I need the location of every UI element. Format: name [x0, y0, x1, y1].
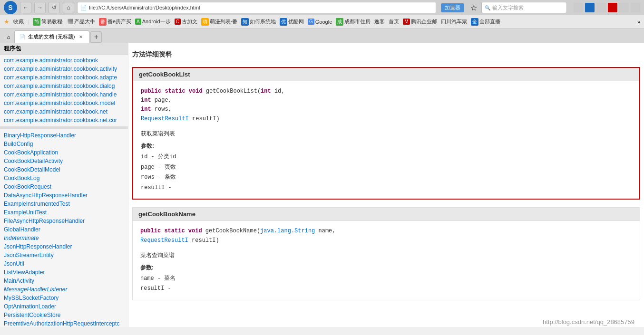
toolbar-icon-3[interactable]: [596, 3, 606, 12]
forward-button[interactable]: →: [34, 2, 46, 13]
browser-window: S ← → ↺ ⌂ 📄 file:///C:/Users/Administrat…: [0, 0, 644, 327]
bookmark-google[interactable]: G Google: [308, 19, 332, 25]
param-item: resultI -: [140, 284, 632, 294]
bookmark-youku[interactable]: 优 优酷网: [280, 18, 304, 26]
sidebar-class-item[interactable]: Indeterminate: [0, 234, 128, 242]
toolbar-icon-1[interactable]: [574, 3, 583, 12]
params-label: 参数:: [140, 264, 632, 272]
param-item: resultI -: [141, 183, 632, 193]
sidebar-class-item[interactable]: DataAsyncHttpResponseHandler: [0, 191, 128, 200]
new-tab-button[interactable]: +: [90, 31, 102, 43]
bookmark-home[interactable]: 首页: [389, 18, 399, 25]
param-section: 参数:name - 菜名resultI -: [140, 264, 632, 294]
sidebar-class-item[interactable]: CookBookApplication: [0, 148, 128, 157]
param-section: 参数:id - 分类idpage - 页数rows - 条数resultI -: [141, 142, 632, 193]
sidebar-class-item[interactable]: ExampleUnitTest: [0, 208, 128, 217]
sidebar-class-item[interactable]: FileAsyncHttpResponseHandler: [0, 217, 128, 225]
address-bar[interactable]: 📄 file:///C:/Users/Administrator/Desktop…: [77, 2, 436, 13]
bookmark-jianyijiaocheng[interactable]: 简 简易教程·: [33, 18, 64, 26]
sidebar-class-item[interactable]: CookBookDetailActivity: [0, 157, 128, 165]
bookmark-yike[interactable]: 逸客: [374, 18, 385, 25]
bookmark-chanpindaniu[interactable]: ▦ 产品大牛: [68, 18, 95, 25]
toolbar-icon-6[interactable]: [631, 3, 640, 12]
toolbar-icon-2[interactable]: [585, 3, 595, 12]
bookmark-android[interactable]: A Android一步: [135, 18, 171, 25]
sidebar-package-item[interactable]: com.example.administrator.cookbook.activ…: [0, 65, 128, 73]
sidebar-class-item[interactable]: OptAnimationLoader: [0, 302, 128, 311]
class-section: BinaryHttpResponseHandlerBuildConfigCook…: [0, 130, 128, 327]
content-area: 方法详细资料 getCookBookListpublic static void…: [128, 43, 644, 327]
method-description: 获取菜谱列表: [141, 129, 632, 138]
address-text: file:///C:/Users/Administrator/Desktop/i…: [89, 5, 200, 10]
sidebar-class-item[interactable]: GlobalHandler: [0, 225, 128, 234]
sidebar-class-item[interactable]: JsonUtil: [0, 259, 128, 268]
search-icon: 🔍: [485, 5, 490, 10]
bookmark-collect[interactable]: 收藏: [13, 18, 24, 25]
toolbar-icon-4[interactable]: [608, 3, 617, 12]
title-bar: S ← → ↺ ⌂ 📄 file:///C:/Users/Administrat…: [0, 0, 644, 15]
params-label: 参数:: [141, 142, 632, 150]
sidebar: 程序包 com.example.administrator.cookbookco…: [0, 43, 128, 327]
sidebar-class-item[interactable]: CookBookLog: [0, 174, 128, 182]
code-block: public static void getCookBookList(int i…: [141, 87, 632, 124]
method-body: public static void getCookBookList(int i…: [133, 81, 639, 199]
bookmark-car[interactable]: 四川汽车票: [441, 18, 467, 25]
main-layout: 程序包 com.example.administrator.cookbookco…: [0, 43, 644, 327]
bookmarks-more[interactable]: »: [637, 19, 640, 25]
search-bar[interactable]: 🔍 输入文字搜索: [481, 2, 567, 13]
bookmark-star-icon: ★: [4, 18, 10, 25]
sidebar-class-item[interactable]: ExampleInstrumentedTest: [0, 200, 128, 208]
bookmark-fangchan[interactable]: 番 番e房产买: [99, 18, 131, 26]
sidebar-class-item[interactable]: PersistentCookieStore: [0, 311, 128, 319]
sidebar-class-item[interactable]: BuildConfig: [0, 140, 128, 148]
sidebar-class-item[interactable]: MainActivity: [0, 277, 128, 285]
sidebar-class-item[interactable]: ListViewAdapter: [0, 268, 128, 277]
bookmark-chengdu[interactable]: 成 成都市住房: [336, 18, 371, 26]
methods-container: getCookBookListpublic static void getCoo…: [132, 67, 640, 300]
method-header: getCookBookName: [133, 208, 640, 221]
browser-actions: ☆: [469, 3, 478, 12]
bookmark-star[interactable]: ☆: [470, 3, 477, 12]
sidebar-splitter: [0, 126, 128, 129]
sidebar-package-item[interactable]: com.example.administrator.cookbook.model: [0, 99, 128, 107]
bookmark-manga[interactable]: 萌 萌漫列表·番: [201, 18, 237, 26]
bookmark-zhihu[interactable]: 知 如何系统地: [241, 18, 276, 26]
bookmarks-bar: ★ 收藏 | 简 简易教程· ▦ 产品大牛 番 番e房产买 A Android一…: [0, 15, 644, 29]
sidebar-package-item[interactable]: com.example.administrator.cookbook.handl…: [0, 90, 128, 99]
bookmark-quanbu[interactable]: 全 全部直播: [471, 18, 500, 26]
home-tab-icon[interactable]: ⌂: [4, 31, 13, 43]
tab-close-button[interactable]: ✕: [78, 34, 84, 40]
package-section: com.example.administrator.cookbookcom.ex…: [0, 55, 128, 125]
sidebar-class-item[interactable]: JsonStreamerEntity: [0, 251, 128, 259]
param-item: rows - 条数: [141, 172, 632, 183]
browser-logo: S: [4, 1, 17, 14]
method-description: 菜名查询菜谱: [140, 251, 632, 260]
sidebar-class-item[interactable]: MessageHandlerListener: [0, 285, 128, 294]
sidebar-package-item[interactable]: com.example.administrator.cookbook.net: [0, 107, 128, 116]
param-item: id - 分类id: [141, 152, 632, 163]
home-button[interactable]: ⌂: [63, 2, 74, 13]
method-body: public static void getCookBookName(java.…: [133, 221, 640, 300]
sidebar-package-item[interactable]: com.example.administrator.cookbook.net.c…: [0, 116, 128, 124]
sidebar-class-item[interactable]: MySSLSocketFactory: [0, 294, 128, 302]
toolbar-icon-5[interactable]: [619, 3, 629, 12]
sidebar-package-item[interactable]: com.example.administrator.cookbook.dialo…: [0, 82, 128, 90]
address-icon: 📄: [80, 5, 87, 11]
sidebar-class-item[interactable]: PreemtiveAuthorizationHttpRequestInterce…: [0, 319, 128, 327]
sidebar-package-item[interactable]: com.example.administrator.cookbook: [0, 56, 128, 65]
sidebar-class-item[interactable]: BinaryHttpResponseHandler: [0, 131, 128, 140]
refresh-button[interactable]: ↺: [49, 2, 60, 13]
sidebar-class-item[interactable]: CookBookDetailModel: [0, 165, 128, 174]
tab-label: 生成的文档 (无标题): [28, 33, 75, 40]
speed-button[interactable]: 加速器: [441, 3, 464, 12]
active-tab[interactable]: 📄 生成的文档 (无标题) ✕: [14, 30, 89, 43]
sidebar-class-item[interactable]: CookBookRequest: [0, 182, 128, 191]
back-button[interactable]: ←: [20, 2, 31, 13]
sidebar-class-item[interactable]: JsonHttpResponseHandler: [0, 242, 128, 251]
toolbar-icons: [574, 3, 640, 12]
sidebar-header: 程序包: [0, 43, 128, 55]
sidebar-package-item[interactable]: com.example.administrator.cookbook.adapt…: [0, 73, 128, 82]
bookmark-tencent-mail[interactable]: M 腾讯企业邮: [403, 18, 437, 25]
bookmark-gujiawen[interactable]: C 古加文: [175, 18, 197, 25]
method-card: getCookBookListpublic static void getCoo…: [132, 67, 640, 200]
